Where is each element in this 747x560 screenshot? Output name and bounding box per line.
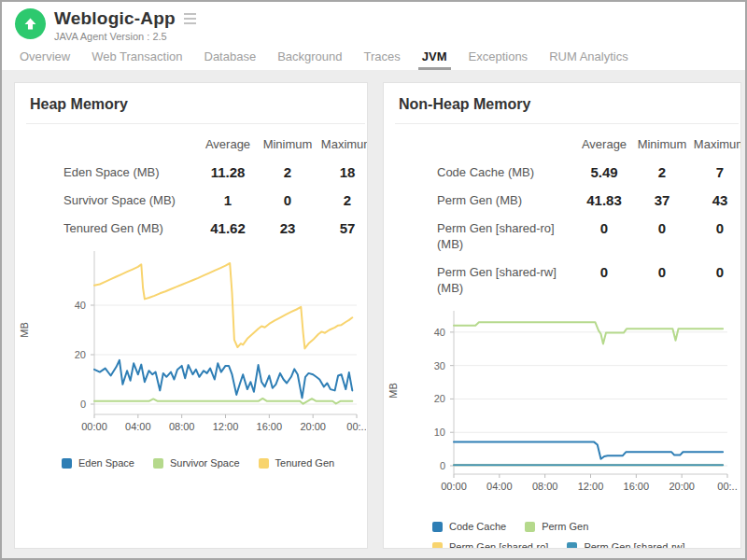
y-tick-label: 20 [75, 349, 86, 360]
table-row: Survivor Space (MB)102 [15, 181, 368, 209]
x-tick-label: 12:00 [213, 421, 239, 432]
legend-label: Perm Gen [542, 521, 588, 532]
x-tick-label: 20:00 [300, 421, 326, 432]
metric-minimum: 37 [633, 181, 691, 209]
metric-label: Code Cache (MB) [384, 153, 575, 181]
series-line-perm-gen [454, 322, 723, 343]
app-header: Weblogic-App JAVA Agent Version : 2.5 Ov… [2, 2, 745, 70]
legend-swatch-icon [62, 458, 72, 469]
non-heap-stats-table: AverageMinimumMaximumCode Cache (MB)5.49… [384, 130, 740, 297]
y-tick-label: 0 [80, 399, 86, 410]
metric-minimum: 23 [258, 209, 317, 237]
x-tick-label: 20:00 [669, 481, 695, 492]
metric-average: 5.49 [575, 153, 633, 181]
up-arrow-icon [22, 16, 38, 32]
metric-average: 0 [575, 253, 633, 297]
panel-title: Heap Memory [30, 96, 352, 113]
legend-item-perm-gen-shared-ro[interactable]: Perm Gen [shared-ro] [432, 541, 548, 549]
x-tick-label: 00:00 [81, 421, 107, 432]
legend-item-code-cache[interactable]: Code Cache [432, 521, 506, 532]
stats-table: AverageMinimumMaximumCode Cache (MB)5.49… [384, 130, 741, 297]
metric-maximum: 0 [691, 209, 741, 253]
metric-label: Perm Gen [shared-rw] (MB) [384, 253, 575, 297]
metric-average: 41.83 [575, 181, 633, 209]
metric-minimum: 2 [633, 153, 691, 181]
metric-label: Perm Gen (MB) [384, 181, 575, 209]
legend-label: Eden Space [78, 457, 134, 469]
tab-bar: OverviewWeb TransactionDatabaseBackgroun… [2, 46, 745, 70]
heap-stats-table: AverageMinimumMaximumEden Space (MB)11.2… [15, 130, 367, 237]
non-heap-memory-panel: Non-Heap Memory AverageMinimumMaximumCod… [383, 82, 741, 549]
y-tick-label: 40 [434, 327, 445, 338]
legend-item-perm-gen[interactable]: Perm Gen [525, 521, 588, 532]
jvm-content: Heap Memory AverageMinimumMaximumEden Sp… [2, 70, 745, 560]
table-row: Perm Gen [shared-ro] (MB)000 [384, 209, 741, 253]
metric-minimum: 2 [258, 153, 317, 181]
y-tick-label: 10 [434, 427, 445, 438]
tab-background[interactable]: Background [274, 46, 345, 70]
series-line-eden-space [94, 360, 352, 399]
legend-swatch-icon [432, 542, 443, 550]
table-row: Perm Gen (MB)41.833743 [384, 181, 741, 209]
legend-item-perm-gen-shared-rw[interactable]: Perm Gen [shared-rw] [567, 541, 684, 549]
x-tick-label: 04:00 [125, 421, 151, 432]
metric-average: 41.62 [198, 209, 258, 237]
title-block: Weblogic-App JAVA Agent Version : 2.5 [54, 8, 198, 42]
tab-rum-analytics[interactable]: RUM Analytics [545, 46, 632, 70]
metric-maximum: 18 [317, 153, 368, 181]
x-tick-label: 08:00 [532, 481, 558, 492]
legend-item-survivor-space[interactable]: Survivor Space [153, 457, 240, 469]
y-tick-label: 30 [434, 360, 445, 371]
y-axis-title: MB [19, 322, 30, 338]
app-window: Weblogic-App JAVA Agent Version : 2.5 Ov… [2, 2, 745, 560]
metric-label: Eden Space (MB) [15, 153, 198, 181]
metric-average: 0 [575, 209, 633, 253]
stats-table: AverageMinimumMaximumEden Space (MB)11.2… [15, 130, 368, 237]
legend-label: Tenured Gen [275, 457, 335, 469]
hamburger-menu-icon[interactable] [182, 11, 198, 26]
metric-label: Perm Gen [shared-ro] (MB) [384, 209, 575, 253]
non-heap-chart-legend: Code CachePerm GenPerm Gen [shared-ro]Pe… [432, 521, 712, 549]
metric-maximum: 57 [317, 209, 368, 237]
legend-item-eden-space[interactable]: Eden Space [62, 457, 134, 469]
column-header-minimum: Minimum [633, 130, 691, 153]
table-row: Tenured Gen (MB)41.622357 [15, 209, 368, 237]
x-tick-label: 00:.. [346, 421, 366, 432]
legend-swatch-icon [525, 522, 535, 532]
legend-label: Code Cache [449, 521, 506, 532]
tab-web-transaction[interactable]: Web Transaction [88, 46, 186, 70]
tab-exceptions[interactable]: Exceptions [465, 46, 532, 70]
panel-divider [26, 123, 365, 124]
y-tick-label: 20 [434, 393, 445, 404]
y-tick-label: 40 [75, 300, 86, 311]
column-header-maximum: Maximum [317, 130, 368, 153]
legend-label: Perm Gen [shared-rw] [584, 541, 684, 549]
legend-swatch-icon [259, 458, 269, 469]
tab-jvm[interactable]: JVM [418, 46, 451, 70]
metric-maximum: 2 [317, 181, 368, 209]
legend-label: Survivor Space [170, 457, 240, 469]
app-status-icon [15, 8, 46, 39]
y-axis-title: MB [388, 383, 399, 399]
series-line-code-cache [454, 442, 723, 459]
column-header-maximum: Maximum [691, 130, 741, 153]
tab-overview[interactable]: Overview [16, 46, 74, 70]
page-title: Weblogic-App [54, 8, 176, 29]
legend-swatch-icon [432, 522, 443, 532]
metric-label: Survivor Space (MB) [15, 181, 198, 209]
x-tick-label: 12:00 [578, 481, 604, 492]
tab-traces[interactable]: Traces [360, 46, 404, 70]
panel-divider [395, 123, 739, 124]
metric-label: Tenured Gen (MB) [15, 209, 198, 237]
series-line-tenured-gen [94, 263, 352, 348]
table-row: Perm Gen [shared-rw] (MB)000 [384, 253, 741, 297]
column-header-minimum: Minimum [258, 130, 317, 153]
table-header-row: AverageMinimumMaximum [15, 130, 368, 153]
panel-title: Non-Heap Memory [399, 96, 726, 113]
legend-item-tenured-gen[interactable]: Tenured Gen [259, 457, 335, 469]
legend-swatch-icon [567, 542, 577, 550]
metric-maximum: 43 [691, 181, 741, 209]
table-header-row: AverageMinimumMaximum [384, 130, 741, 153]
legend-swatch-icon [153, 458, 163, 469]
tab-database[interactable]: Database [201, 46, 261, 70]
